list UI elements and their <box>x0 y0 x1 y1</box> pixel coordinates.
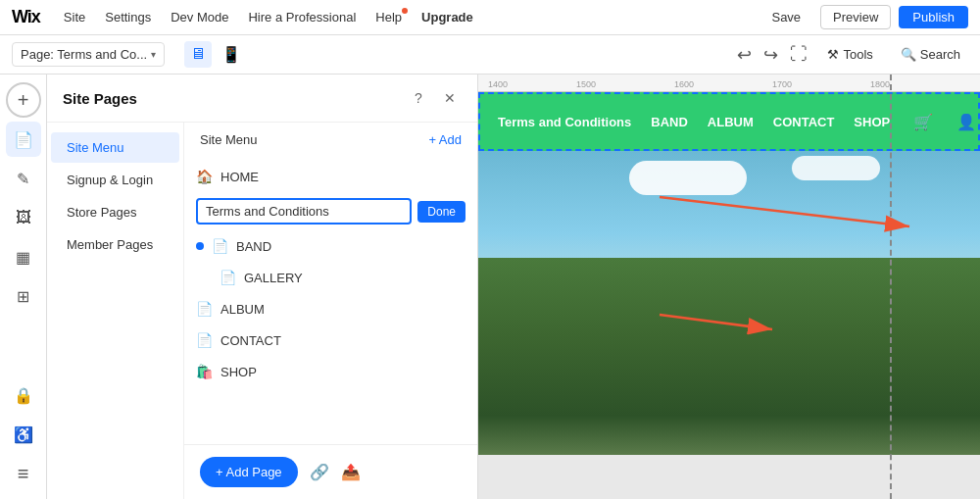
cloud-right <box>792 156 880 180</box>
canvas-area: 1400 1500 1600 1700 1800 Terms and Condi… <box>478 75 980 499</box>
site-nav-contact[interactable]: CONTACT <box>773 115 835 129</box>
add-page-button[interactable]: + Add Page <box>200 457 298 487</box>
shop-page-icon: 🛍️ <box>196 364 213 379</box>
ruler-tick-1500: 1500 <box>576 79 596 89</box>
left-icon-pages[interactable]: 📄 <box>6 122 41 157</box>
redo-icon[interactable]: ↪ <box>763 44 778 66</box>
desktop-icon[interactable]: 🖥 <box>184 41 212 68</box>
left-icon-accessibility[interactable]: ♿ <box>6 417 41 452</box>
contact-page-icon: 📄 <box>196 332 213 348</box>
page-item-terms[interactable]: Done <box>184 192 477 230</box>
editing-row: Done <box>196 198 466 225</box>
panel-header-icons: ? ✕ <box>407 86 462 110</box>
link-icon[interactable]: 🔗 <box>310 463 329 481</box>
page-name-band: BAND <box>236 239 271 254</box>
page-item-home[interactable]: 🏠 HOME <box>184 161 477 192</box>
nav-devmode[interactable]: Dev Mode <box>163 6 236 28</box>
mountains <box>478 258 980 456</box>
left-icon-sections[interactable]: ▦ <box>6 239 41 274</box>
close-icon[interactable]: ✕ <box>438 86 462 110</box>
left-icon-blog[interactable]: ✎ <box>6 161 41 196</box>
left-icon-lock[interactable]: 🔒 <box>6 377 41 413</box>
page-name-shop: SHOP <box>220 365 257 379</box>
website-preview: Terms and Conditions BAND ALBUM CONTACT … <box>478 92 980 455</box>
panel-nav-signup[interactable]: Signup & Login <box>51 165 179 195</box>
nav-help[interactable]: Help <box>368 6 410 28</box>
page-name-home: HOME <box>220 170 259 184</box>
nav-hire[interactable]: Hire a Professional <box>240 6 364 28</box>
wix-logo: Wix <box>12 7 40 27</box>
vertical-guide <box>890 75 892 499</box>
left-icon-apps[interactable]: ⊞ <box>6 278 41 314</box>
home-icon: 🏠 <box>196 169 213 184</box>
panel-footer: + Add Page 🔗 📤 <box>184 444 477 499</box>
album-page-icon: 📄 <box>196 301 213 317</box>
add-link[interactable]: + Add <box>428 132 462 147</box>
page-selector[interactable]: Page: Terms and Co... ▾ <box>12 42 165 67</box>
panel-body: Site Menu Signup & Login Store Pages Mem… <box>47 123 477 499</box>
search-button[interactable]: 🔍 Search <box>893 43 968 66</box>
tools-label: Tools <box>843 47 872 62</box>
toolbar2-right: ↩ ↪ ⛶ ⚒ Tools 🔍 Search <box>737 43 968 66</box>
search-label: Search <box>920 47 960 62</box>
page-selector-label: Page: Terms and Co... <box>21 47 147 62</box>
tools-button[interactable]: ⚒ Tools <box>819 43 880 66</box>
page-item-contact[interactable]: 📄 CONTACT <box>184 324 477 356</box>
ruler-horizontal: 1400 1500 1600 1700 1800 <box>478 75 980 92</box>
panel-left-nav: Site Menu Signup & Login Store Pages Mem… <box>47 123 184 499</box>
page-list: 🏠 HOME Done 📄 BAND <box>184 157 477 444</box>
site-nav-bar: Terms and Conditions BAND ALBUM CONTACT … <box>478 92 980 151</box>
site-nav-terms[interactable]: Terms and Conditions <box>498 115 631 129</box>
site-pages-panel: Site Pages ? ✕ Site Menu Signup & Login … <box>47 75 478 499</box>
page-name-album: ALBUM <box>220 302 265 317</box>
page-item-shop[interactable]: 🛍️ SHOP <box>184 356 477 387</box>
site-nav-band[interactable]: BAND <box>651 115 688 129</box>
panel-title: Site Pages <box>63 90 137 107</box>
topbar-nav: Site Settings Dev Mode Hire a Profession… <box>56 6 481 28</box>
fullscreen-icon[interactable]: ⛶ <box>790 44 808 65</box>
chevron-down-icon: ▾ <box>151 49 156 60</box>
ruler-tick-1600: 1600 <box>674 79 694 89</box>
ruler-tick-1700: 1700 <box>772 79 792 89</box>
site-nav-shop[interactable]: SHOP <box>854 115 890 129</box>
page-name-input[interactable] <box>196 198 412 225</box>
mobile-icon[interactable]: 📱 <box>216 41 247 68</box>
panel-nav-member[interactable]: Member Pages <box>51 229 179 260</box>
tools-icon: ⚒ <box>827 47 839 62</box>
landscape-image <box>478 151 980 455</box>
nav-site[interactable]: Site <box>56 6 93 28</box>
search-icon: 🔍 <box>901 47 916 62</box>
panel-right-header: Site Menu + Add <box>184 123 477 157</box>
done-button[interactable]: Done <box>417 201 466 223</box>
toolbar2: Page: Terms and Co... ▾ 🖥 📱 ↩ ↪ ⛶ ⚒ Tool… <box>0 35 980 75</box>
panel-nav-store[interactable]: Store Pages <box>51 197 179 227</box>
topbar: Wix Site Settings Dev Mode Hire a Profes… <box>0 0 980 35</box>
undo-icon[interactable]: ↩ <box>737 44 752 66</box>
gallery-page-icon: 📄 <box>220 270 236 285</box>
nav-upgrade[interactable]: Upgrade <box>414 6 481 28</box>
panel-header: Site Pages ? ✕ <box>47 75 477 123</box>
left-sidebar-icons: + 📄 ✎ 🖼 ▦ ⊞ 🔒 ♿ ≡ <box>0 75 47 499</box>
main-layout: + 📄 ✎ 🖼 ▦ ⊞ 🔒 ♿ ≡ Site Pages ? ✕ Site Me… <box>0 75 980 499</box>
panel-right: Site Menu + Add 🏠 HOME Done <box>184 123 477 499</box>
share-icon[interactable]: 📤 <box>341 463 361 481</box>
help-icon[interactable]: ? <box>407 86 430 110</box>
page-name-contact: CONTACT <box>220 333 281 348</box>
page-item-gallery[interactable]: 📄 GALLERY <box>184 262 477 293</box>
panel-nav-site-menu[interactable]: Site Menu <box>51 132 179 163</box>
left-icon-layers[interactable]: ≡ <box>6 456 41 491</box>
preview-button[interactable]: Preview <box>820 5 891 29</box>
band-page-icon: 📄 <box>212 238 228 254</box>
left-icon-media[interactable]: 🖼 <box>6 200 41 235</box>
left-icon-add[interactable]: + <box>6 82 41 118</box>
device-icons: 🖥 📱 <box>184 41 247 68</box>
save-button[interactable]: Save <box>760 6 812 28</box>
site-nav-album[interactable]: ALBUM <box>708 115 754 129</box>
panel-right-title: Site Menu <box>200 132 258 147</box>
page-item-band[interactable]: 📄 BAND <box>184 230 477 262</box>
cloud-left <box>629 161 747 195</box>
publish-button[interactable]: Publish <box>899 6 968 28</box>
page-item-album[interactable]: 📄 ALBUM <box>184 293 477 324</box>
nav-settings[interactable]: Settings <box>97 6 159 28</box>
active-dot <box>196 242 204 250</box>
